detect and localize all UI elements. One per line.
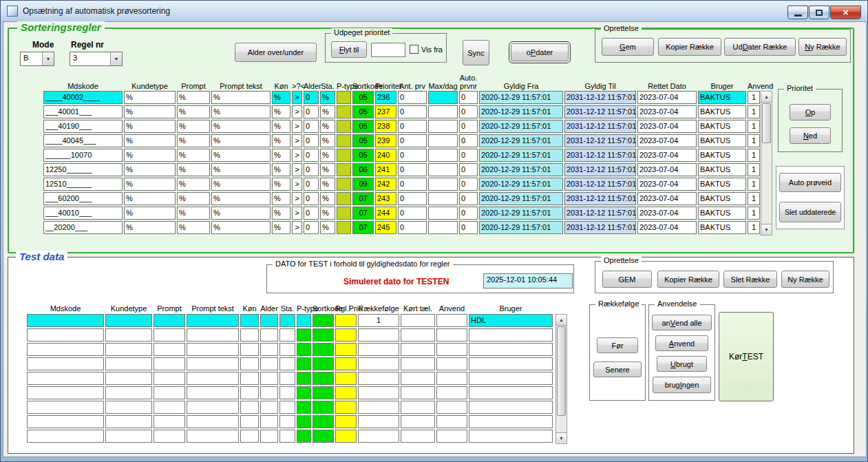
anvend-cell[interactable] [436, 401, 467, 414]
comparator-cell[interactable]: > [292, 163, 302, 176]
table-row[interactable]: ___40001___%%%%>0%05237002020-12-29 11:5… [43, 105, 761, 118]
anvend-cell[interactable]: 1 [748, 120, 760, 133]
table-row[interactable] [27, 401, 554, 414]
kundetype-cell[interactable]: % [124, 221, 176, 234]
prioritet-cell[interactable]: 236 [375, 91, 396, 104]
vis-fra-checkbox[interactable] [410, 45, 419, 54]
kon-cell[interactable]: % [272, 105, 290, 118]
kon-cell[interactable]: % [272, 192, 290, 205]
kort-tael-cell[interactable] [401, 430, 435, 443]
sortkode-cell[interactable] [313, 430, 334, 443]
rettet-dato-cell[interactable]: 2023-07-04 [637, 192, 697, 205]
prompt-tekst-cell[interactable] [187, 314, 239, 327]
titlebar[interactable]: Opsætning af automatisk prøvesortering [1, 1, 867, 21]
max-dag-cell[interactable] [428, 163, 458, 176]
comparator-cell[interactable]: > [292, 192, 302, 205]
gyldig-til-cell[interactable]: 2031-12-12 11:57:01 [564, 120, 636, 133]
kundetype-cell[interactable] [105, 401, 152, 414]
sortkode-cell[interactable]: 06 [352, 163, 374, 176]
anvend-alle-button[interactable]: anVend alle [652, 315, 712, 330]
mdskode-cell[interactable] [27, 372, 104, 385]
mdskode-cell[interactable]: 12510______ [43, 178, 123, 191]
gyldig-fra-cell[interactable]: 2020-12-29 11:57:01 [479, 221, 563, 234]
sortkode-cell[interactable] [313, 314, 334, 327]
rgl-prio-cell[interactable] [335, 430, 357, 443]
chevron-down-icon[interactable]: ▼ [42, 52, 54, 65]
p-type-cell[interactable] [337, 207, 351, 220]
anvend-cell[interactable]: 1 [748, 163, 760, 176]
alder-cell[interactable]: 0 [304, 221, 319, 234]
prompt-cell[interactable] [154, 430, 185, 443]
chevron-down-icon[interactable]: ▼ [110, 52, 122, 65]
alder-cell[interactable] [260, 314, 278, 327]
table-row[interactable] [27, 357, 554, 370]
kon-cell[interactable] [240, 430, 259, 443]
prompt-tekst-cell[interactable]: % [211, 192, 271, 205]
p-type-cell[interactable] [337, 149, 351, 162]
max-dag-cell[interactable] [428, 192, 458, 205]
kundetype-cell[interactable]: % [124, 134, 176, 147]
mdskode-cell[interactable] [27, 430, 104, 443]
table-row[interactable]: ______10070%%%%>0%05240002020-12-29 11:5… [43, 149, 761, 162]
max-dag-cell[interactable] [428, 207, 458, 220]
kundetype-cell[interactable]: % [124, 149, 176, 162]
bruger-cell[interactable]: BAKTUS [698, 221, 746, 234]
kundetype-cell[interactable] [105, 372, 152, 385]
kon-cell[interactable]: % [272, 91, 290, 104]
p-type-cell[interactable] [297, 415, 311, 428]
alder-cell[interactable]: 0 [304, 207, 319, 220]
p-type-cell[interactable] [337, 105, 351, 118]
anvend-cell[interactable] [436, 430, 467, 443]
prompt-tekst-cell[interactable]: % [211, 134, 271, 147]
sta-cell[interactable]: % [320, 149, 335, 162]
raekkefoelge-cell[interactable] [358, 328, 399, 342]
ubrugt-button[interactable]: Ubrugt [657, 356, 707, 372]
sta-cell[interactable]: % [320, 178, 335, 191]
alder-cell[interactable] [260, 357, 278, 370]
kon-cell[interactable]: % [272, 120, 290, 133]
prioritet-cell[interactable]: 240 [375, 149, 396, 162]
anvend-cell[interactable]: 1 [748, 134, 760, 147]
kon-cell[interactable] [240, 343, 259, 356]
test-kopier-raekke-button[interactable]: Kopier Række [657, 271, 719, 288]
prompt-tekst-cell[interactable]: % [211, 163, 271, 176]
alder-cell[interactable]: 0 [304, 120, 319, 133]
rettet-dato-cell[interactable]: 2023-07-04 [637, 178, 697, 191]
sta-cell[interactable] [279, 343, 295, 356]
ant-prv-cell[interactable]: 0 [398, 134, 427, 147]
alder-cell[interactable] [260, 401, 278, 414]
ned-button[interactable]: Ned [790, 127, 831, 144]
auto-prvnr-cell[interactable]: 0 [459, 178, 478, 191]
sta-cell[interactable] [279, 386, 295, 399]
gyldig-fra-cell[interactable]: 2020-12-29 11:57:01 [479, 163, 563, 176]
table-row[interactable]: 12510______%%%%>0%09242002020-12-29 11:5… [43, 178, 761, 191]
comparator-cell[interactable]: > [292, 178, 302, 191]
raekkefoelge-cell[interactable] [358, 372, 399, 385]
mdskode-cell[interactable] [27, 328, 104, 342]
kort-tael-cell[interactable] [401, 357, 435, 370]
table-row[interactable] [27, 430, 554, 443]
rgl-prio-cell[interactable] [335, 343, 357, 356]
rgl-prio-cell[interactable] [335, 372, 357, 385]
p-type-cell[interactable] [297, 328, 311, 342]
anvend-cell[interactable]: 1 [748, 91, 760, 104]
p-type-cell[interactable] [297, 401, 311, 414]
comparator-cell[interactable]: > [292, 221, 302, 234]
kundetype-cell[interactable] [105, 386, 152, 399]
auto-prvnr-cell[interactable]: 0 [459, 207, 478, 220]
prompt-cell[interactable] [154, 314, 185, 327]
mdskode-cell[interactable]: ___60200___ [43, 192, 123, 205]
sortkode-cell[interactable] [313, 415, 334, 428]
gem-button[interactable]: Gem [602, 38, 654, 56]
sortkode-cell[interactable] [313, 343, 334, 356]
anvend-cell[interactable] [436, 372, 467, 385]
kon-cell[interactable] [240, 401, 259, 414]
prompt-cell[interactable] [154, 343, 185, 356]
alder-cell[interactable]: 0 [304, 134, 319, 147]
sortkode-cell[interactable] [313, 357, 334, 370]
p-type-cell[interactable] [337, 120, 351, 133]
bruger-cell[interactable] [469, 328, 553, 342]
bruger-cell[interactable]: BAKTUS [698, 105, 746, 118]
kon-cell[interactable]: % [272, 134, 290, 147]
alder-cell[interactable]: 0 [304, 149, 319, 162]
